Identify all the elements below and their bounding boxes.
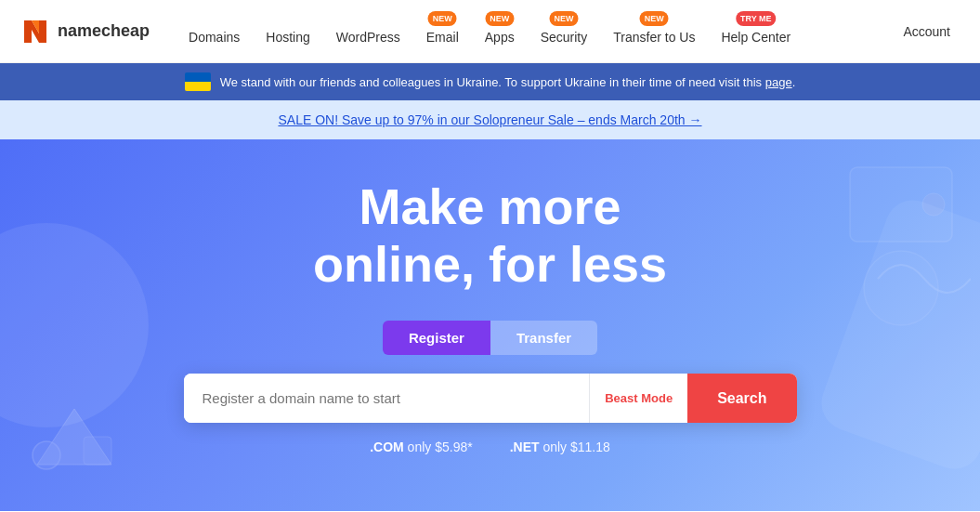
hero-tabs: Register Transfer (383, 321, 597, 355)
domain-search-input[interactable] (184, 374, 590, 423)
nav-label-hosting: Hosting (266, 30, 309, 45)
nav-label-wordpress: WordPress (336, 30, 400, 45)
logo-icon (19, 15, 52, 48)
ukraine-banner-text: We stand with our friends and colleagues… (220, 75, 796, 89)
hero-decorative-left (19, 390, 130, 483)
badge-transfer: NEW (640, 11, 669, 26)
tld-prices: .COM only $5.98* .NET only $11.18 (370, 440, 610, 454)
nav-item-security[interactable]: NEW Security (529, 11, 599, 52)
ukraine-banner: We stand with our friends and colleagues… (0, 63, 980, 100)
nav-label-domains: Domains (189, 30, 240, 45)
logo-link[interactable]: namecheap (19, 15, 150, 48)
hero-section: Make more online, for less Register Tran… (0, 139, 980, 511)
account-menu[interactable]: Account (892, 17, 961, 46)
tab-register[interactable]: Register (383, 321, 490, 355)
nav-label-apps: Apps (485, 30, 515, 45)
hero-decorative-right (831, 158, 971, 344)
nav-label-security: Security (541, 30, 588, 45)
nav-label-help: Help Center (721, 30, 791, 45)
nav-item-wordpress[interactable]: WordPress (325, 11, 412, 52)
nav-label-transfer: Transfer to Us (613, 30, 695, 45)
header: namecheap Domains Hosting WordPress NEW … (0, 0, 980, 63)
svg-rect-2 (84, 437, 111, 465)
main-nav: Domains Hosting WordPress NEW Email NEW … (177, 11, 892, 52)
nav-label-email: Email (426, 30, 459, 45)
badge-apps: NEW (485, 11, 514, 26)
nav-item-email[interactable]: NEW Email (415, 11, 470, 52)
tld-net: .NET only $11.18 (510, 440, 610, 454)
svg-point-4 (864, 251, 938, 325)
sale-link[interactable]: SALE ON! Save up to 97% in our Soloprene… (278, 112, 701, 127)
tld-com: .COM only $5.98* (370, 440, 473, 454)
sale-banner: SALE ON! Save up to 97% in our Soloprene… (0, 100, 980, 139)
search-button[interactable]: Search (687, 374, 796, 423)
badge-help: TRY ME (736, 11, 777, 26)
badge-email: NEW (428, 11, 457, 26)
nav-item-transfer[interactable]: NEW Transfer to Us (602, 11, 706, 52)
ukraine-flag-icon (185, 72, 211, 91)
beast-mode-button[interactable]: Beast Mode (589, 374, 687, 423)
svg-point-5 (922, 193, 945, 216)
hero-title: Make more online, for less (313, 177, 667, 293)
ukraine-page-link[interactable]: page (765, 75, 792, 89)
badge-security: NEW (549, 11, 578, 26)
svg-point-1 (33, 441, 60, 469)
nav-item-apps[interactable]: NEW Apps (474, 11, 526, 52)
search-bar: Beast Mode Search (184, 374, 797, 423)
nav-item-domains[interactable]: Domains (177, 11, 251, 52)
tab-transfer[interactable]: Transfer (490, 321, 597, 355)
nav-item-hosting[interactable]: Hosting (255, 11, 320, 52)
nav-item-help[interactable]: TRY ME Help Center (710, 11, 802, 52)
logo-text: namecheap (58, 21, 150, 41)
